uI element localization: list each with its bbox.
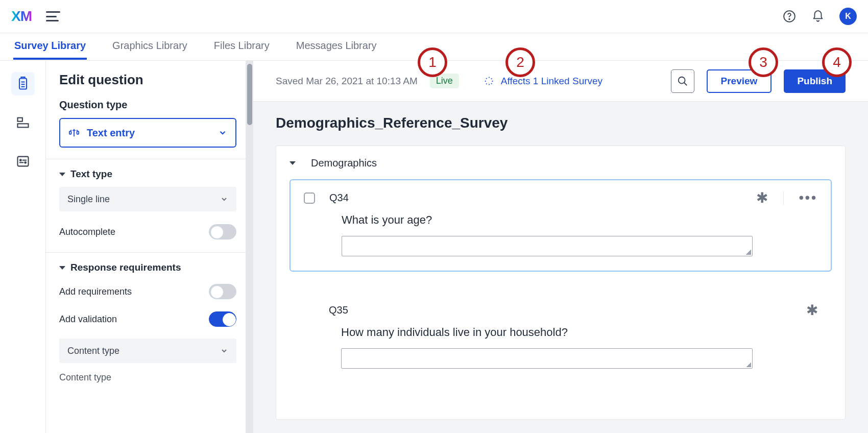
svg-point-15 [678, 77, 685, 83]
add-requirements-label: Add requirements [59, 286, 132, 297]
bell-icon[interactable] [811, 9, 825, 23]
logo: XM [11, 8, 32, 25]
required-star-icon[interactable]: ✱ [756, 189, 768, 206]
rail-settings-icon[interactable] [11, 150, 35, 173]
svg-rect-2 [19, 79, 27, 89]
scrollbar[interactable] [246, 61, 253, 433]
topbar: XM K [0, 0, 868, 33]
question-text[interactable]: What is your age? [342, 213, 817, 227]
rail-builder-icon[interactable] [11, 72, 35, 95]
text-type-label: Text type [70, 169, 112, 180]
response-requirements-label: Response requirements [70, 262, 181, 273]
svg-rect-7 [17, 124, 28, 127]
linked-survey-link[interactable]: Affects 1 Linked Survey [484, 76, 602, 87]
question-id: Q34 [329, 192, 349, 204]
survey-title: Demographics_Reference_Survey [276, 115, 846, 131]
content-type-label: Content type [59, 372, 236, 383]
caret-down-icon [59, 173, 65, 176]
svg-rect-6 [17, 118, 22, 122]
survey-block: Demographics Q34 ✱ ••• [276, 146, 846, 420]
text-type-section[interactable]: Text type [59, 169, 236, 180]
svg-point-9 [19, 159, 21, 161]
caret-down-icon [59, 266, 65, 270]
edit-question-panel: Edit question Question type Text entry T… [46, 61, 246, 433]
question-type-select[interactable]: Text entry [59, 118, 236, 148]
canvas-toolbar: Saved Mar 26, 2021 at 10:13 AM Live Affe… [253, 61, 868, 102]
svg-rect-8 [17, 157, 28, 166]
tab-messages-library[interactable]: Messages Library [295, 34, 378, 60]
tab-graphics-library[interactable]: Graphics Library [111, 34, 188, 60]
add-validation-label: Add validation [59, 314, 117, 325]
question-card[interactable]: Q34 ✱ ••• What is your age? [290, 179, 832, 272]
library-tabs: Survey Library Graphics Library Files Li… [0, 33, 868, 61]
svg-line-16 [684, 82, 687, 85]
avatar[interactable]: K [839, 8, 857, 25]
question-id: Q35 [329, 304, 348, 316]
rail-flow-icon[interactable] [11, 111, 35, 134]
block-collapse-icon[interactable] [290, 161, 296, 165]
tab-survey-library[interactable]: Survey Library [13, 34, 87, 60]
autocomplete-toggle[interactable] [209, 224, 236, 239]
text-type-select[interactable]: Single line [59, 187, 236, 211]
content-type-value: Content type [67, 346, 119, 356]
live-badge: Live [430, 74, 459, 88]
separator [783, 191, 784, 205]
question-text[interactable]: How many individuals live in your househ… [341, 326, 818, 339]
svg-point-10 [25, 162, 26, 163]
scrollbar-thumb[interactable] [247, 64, 252, 125]
chevron-down-icon [220, 347, 228, 355]
tab-files-library[interactable]: Files Library [213, 34, 271, 60]
text-entry-icon [68, 127, 80, 138]
add-requirements-toggle[interactable] [209, 284, 236, 299]
chevron-down-icon [220, 195, 228, 203]
svg-rect-13 [69, 131, 71, 134]
add-validation-toggle[interactable] [209, 311, 236, 327]
link-icon [484, 76, 495, 87]
menu-icon[interactable] [46, 11, 60, 21]
response-requirements-section[interactable]: Response requirements [59, 262, 236, 273]
question-checkbox[interactable] [304, 193, 315, 204]
block-name: Demographics [311, 157, 377, 169]
more-options-icon[interactable]: ••• [799, 190, 817, 206]
answer-input[interactable] [341, 348, 753, 369]
svg-point-1 [789, 19, 790, 20]
linked-survey-text: Affects 1 Linked Survey [501, 76, 602, 87]
panel-title: Edit question [59, 72, 236, 88]
question-type-value: Text entry [87, 127, 135, 139]
search-button[interactable] [671, 69, 694, 93]
question-type-label: Question type [59, 99, 236, 111]
content-type-select[interactable]: Content type [59, 339, 236, 363]
left-rail [0, 61, 46, 433]
publish-button[interactable]: Publish [784, 69, 846, 93]
help-icon[interactable] [782, 9, 797, 23]
answer-input[interactable] [342, 236, 753, 256]
svg-rect-14 [77, 131, 79, 134]
chevron-down-icon [218, 128, 227, 137]
preview-button[interactable]: Preview [707, 69, 772, 93]
question-card[interactable]: Q35 ✱ How many individuals live in your … [290, 292, 832, 383]
required-star-icon[interactable]: ✱ [806, 302, 818, 319]
text-type-value: Single line [67, 194, 110, 205]
saved-timestamp: Saved Mar 26, 2021 at 10:13 AM [276, 76, 418, 87]
search-icon [677, 76, 688, 87]
autocomplete-label: Autocomplete [59, 227, 115, 237]
